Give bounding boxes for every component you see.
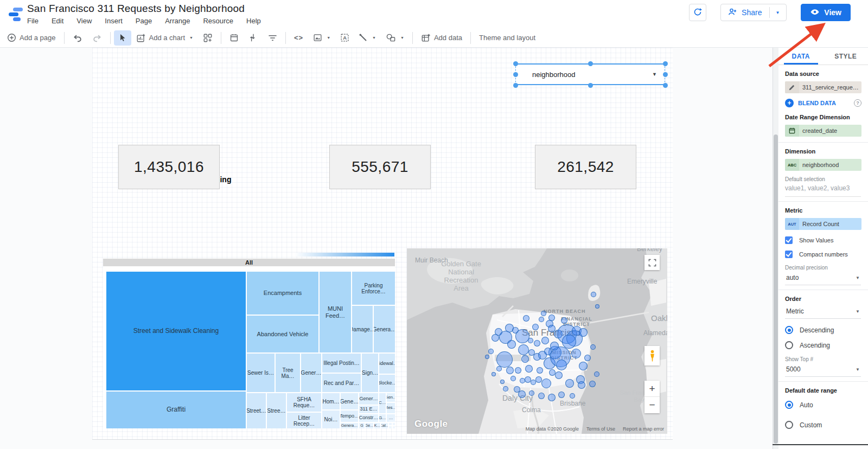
- selection-handle[interactable]: [513, 61, 518, 66]
- map-bubble[interactable]: [538, 393, 545, 399]
- map-bubble[interactable]: [537, 367, 543, 374]
- treemap-cell[interactable]: Hom…: [322, 393, 340, 409]
- vertical-scrollbar[interactable]: [773, 48, 778, 449]
- metric-field-chip[interactable]: AUT Record Count: [785, 218, 861, 230]
- treemap-cell[interactable]: Constr…: [359, 414, 378, 422]
- treemap-cell[interactable]: Sidewal…: [379, 354, 395, 374]
- treemap-cell[interactable]: G…: [379, 414, 386, 422]
- undo-button[interactable]: [68, 30, 87, 46]
- menu-edit[interactable]: Edit: [52, 17, 63, 25]
- map-bubble[interactable]: [523, 315, 529, 322]
- neighborhood-filter-control[interactable]: neighborhood ▼: [515, 63, 665, 85]
- treemap-cell[interactable]: Parking Enforce…: [352, 272, 395, 305]
- map-bubble[interactable]: [507, 340, 516, 349]
- treemap-cell[interactable]: [393, 423, 395, 425]
- refresh-button[interactable]: [689, 4, 706, 21]
- blend-plus-icon[interactable]: +: [785, 99, 794, 107]
- map-bubble[interactable]: [541, 337, 549, 344]
- tab-style[interactable]: STYLE: [824, 48, 868, 65]
- map-bubble[interactable]: [496, 366, 502, 371]
- treemap-cell[interactable]: Gen…: [387, 393, 395, 402]
- map-bubble[interactable]: [485, 355, 489, 359]
- scorecard-encampments[interactable]: 261,542: [535, 145, 636, 189]
- map-bubble[interactable]: [496, 351, 513, 368]
- treemap-cell[interactable]: MUNI Feed…: [320, 272, 351, 352]
- treemap-cell[interactable]: 311 E…: [359, 406, 378, 413]
- map-bubble[interactable]: [579, 328, 588, 337]
- filter-dropdown-caret-icon[interactable]: ▼: [652, 72, 657, 77]
- treemap-cell[interactable]: Noi…: [322, 410, 340, 428]
- selection-handle[interactable]: [663, 61, 668, 66]
- treemap-root-node[interactable]: All: [103, 259, 395, 266]
- line-tool-button[interactable]: ▼: [354, 30, 381, 46]
- treemap-cell[interactable]: Damage…: [352, 306, 373, 352]
- treemap-cell[interactable]: Encampments: [247, 272, 318, 315]
- map-bubble[interactable]: [525, 365, 533, 373]
- shape-tool-button[interactable]: ▼: [381, 30, 409, 46]
- map-bubble[interactable]: [548, 394, 556, 401]
- map-bubble[interactable]: [520, 378, 525, 383]
- report-title[interactable]: San Francisco 311 Requests by Neighborho…: [27, 3, 245, 15]
- map-bubble[interactable]: [590, 344, 596, 350]
- map-bubble[interactable]: [541, 379, 551, 388]
- add-page-button[interactable]: Add a page: [2, 30, 61, 46]
- treemap-cell[interactable]: Tempo…: [341, 410, 358, 422]
- show-values-checkbox[interactable]: [785, 236, 793, 244]
- filter-control-button[interactable]: [263, 30, 282, 46]
- report-map-error-link[interactable]: Report a map error: [623, 426, 664, 432]
- selection-handle[interactable]: [663, 83, 668, 88]
- treemap-cell[interactable]: Illegal Postin…: [322, 354, 361, 373]
- auto-radio[interactable]: [785, 401, 793, 409]
- data-source-chip[interactable]: 311_service_reque…: [785, 81, 861, 93]
- map-bubble[interactable]: [503, 386, 508, 392]
- map-bubble[interactable]: [521, 355, 529, 363]
- data-studio-logo-icon[interactable]: [8, 7, 24, 23]
- map-bubble[interactable]: [595, 304, 599, 309]
- treemap-cell[interactable]: Blocke…: [379, 375, 395, 392]
- treemap-cell[interactable]: [393, 426, 395, 428]
- show-top-select[interactable]: 5000 ▼: [785, 364, 861, 377]
- add-chart-button[interactable]: Add a chart ▼: [131, 30, 198, 46]
- treemap-cell[interactable]: Abandoned Vehicle: [247, 316, 318, 352]
- menu-file[interactable]: File: [27, 17, 39, 25]
- treemap-cell[interactable]: Res…: [387, 403, 395, 413]
- map-bubble[interactable]: [518, 344, 529, 355]
- map-bubble[interactable]: [492, 334, 499, 342]
- treemap-cell[interactable]: Cat…: [381, 423, 388, 428]
- zoom-in-button[interactable]: +: [644, 381, 660, 397]
- help-icon[interactable]: ?: [854, 99, 861, 107]
- share-button[interactable]: Share ▼: [720, 4, 787, 21]
- map-bubble[interactable]: [492, 372, 496, 376]
- treemap-cell[interactable]: Tree Ma…: [276, 354, 300, 392]
- map-bubble[interactable]: [515, 329, 529, 343]
- compact-numbers-checkbox[interactable]: [785, 251, 793, 258]
- select-tool-button[interactable]: [114, 30, 131, 46]
- default-selection-input[interactable]: value1, value2, value3: [785, 184, 861, 197]
- map-bubble[interactable]: [589, 381, 596, 387]
- map-bubble[interactable]: [561, 317, 567, 324]
- view-button[interactable]: View: [801, 4, 851, 21]
- map-bubble[interactable]: [584, 355, 591, 361]
- redo-button[interactable]: [87, 30, 107, 46]
- date-range-field-chip[interactable]: created_date: [785, 125, 861, 137]
- map-bubble[interactable]: [500, 380, 505, 384]
- share-dropdown-caret-icon[interactable]: ▼: [775, 10, 780, 15]
- treemap-cell[interactable]: Street…: [247, 393, 266, 428]
- map-bubble[interactable]: [506, 367, 514, 374]
- treemap-cell[interactable]: K…: [374, 423, 380, 428]
- treemap-cell[interactable]: SFHA Reque…: [287, 393, 321, 412]
- menu-insert[interactable]: Insert: [105, 17, 123, 25]
- add-data-button[interactable]: Add data: [416, 30, 467, 46]
- map-bubble[interactable]: [528, 338, 533, 343]
- data-control-button[interactable]: [244, 30, 263, 46]
- map-bubble[interactable]: [488, 349, 494, 354]
- map-bubble[interactable]: [591, 292, 596, 297]
- text-tool-button[interactable]: A: [335, 30, 354, 46]
- treemap-cell[interactable]: Graffiti: [106, 392, 246, 428]
- treemap-cell[interactable]: Street and Sidewalk Cleaning: [106, 272, 246, 390]
- map-bubble[interactable]: [550, 342, 559, 350]
- treemap-cell[interactable]: Gene…: [341, 393, 358, 409]
- treemap-cell[interactable]: Sign…: [362, 354, 378, 392]
- map-bubble[interactable]: [565, 379, 574, 388]
- map-bubble[interactable]: [578, 381, 585, 389]
